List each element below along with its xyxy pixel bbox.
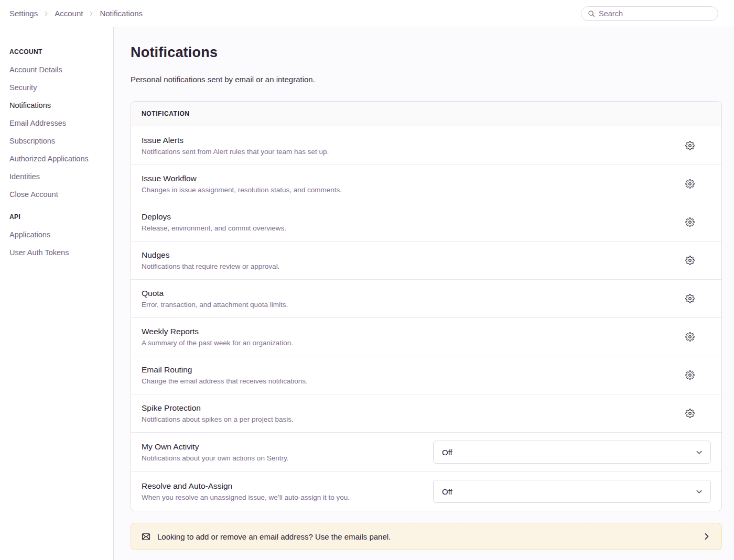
row-text: Weekly Reports A summary of the past wee…	[142, 327, 293, 347]
gear-icon	[685, 409, 695, 418]
row-text: Spike Protection Notifications about spi…	[142, 403, 294, 423]
row-title: Deploys	[142, 212, 286, 222]
row-text: Email Routing Change the email address t…	[142, 365, 308, 385]
weekly-reports-settings-button[interactable]	[681, 328, 699, 346]
row-title: Issue Alerts	[142, 136, 329, 145]
page-description: Personal notifications sent by email or …	[131, 75, 722, 84]
gear-icon	[685, 256, 695, 265]
row-text: Nudges Notifications that require review…	[142, 250, 279, 270]
page-body: ACCOUNT Account Details Security Notific…	[0, 27, 734, 560]
row-title: Spike Protection	[142, 403, 294, 413]
row-description: Release, environment, and commit overvie…	[142, 224, 286, 232]
sidebar-item-identities[interactable]: Identities	[9, 172, 105, 181]
notifications-panel: NOTIFICATION Issue Alerts Notifications …	[131, 101, 722, 511]
gear-icon	[685, 217, 695, 227]
row-title: My Own Activity	[142, 442, 288, 452]
sidebar-item-subscriptions[interactable]: Subscriptions	[9, 137, 105, 145]
quota-settings-button[interactable]	[681, 290, 699, 308]
sidebar-section-account: ACCOUNT	[9, 48, 105, 56]
search-input[interactable]	[599, 9, 711, 18]
sidebar-item-authorized-applications[interactable]: Authorized Applications	[9, 155, 105, 163]
panel-header: NOTIFICATION	[131, 102, 721, 126]
row-email-routing: Email Routing Change the email address t…	[131, 356, 721, 394]
row-description: Error, transaction, and attachment quota…	[142, 301, 288, 309]
breadcrumb: Settings Account Notifications	[9, 9, 143, 18]
resolve-auto-assign-select[interactable]: Off	[433, 480, 711, 503]
row-title: Nudges	[142, 250, 279, 260]
row-text: Issue Workflow Changes in issue assignme…	[142, 174, 342, 194]
row-quota: Quota Error, transaction, and attachment…	[131, 279, 721, 317]
row-issue-workflow: Issue Workflow Changes in issue assignme…	[131, 164, 721, 203]
chevron-down-icon	[695, 488, 703, 496]
top-bar: Settings Account Notifications	[0, 0, 734, 27]
select-value: Off	[442, 448, 452, 457]
sidebar-item-user-auth-tokens[interactable]: User Auth Tokens	[9, 248, 105, 257]
row-title: Email Routing	[142, 365, 308, 375]
row-text: Resolve and Auto-Assign When you resolve…	[142, 481, 350, 501]
row-description: Notifications about spikes on a per proj…	[142, 415, 294, 423]
sidebar-item-applications[interactable]: Applications	[9, 230, 105, 239]
row-nudges: Nudges Notifications that require review…	[131, 241, 721, 279]
sidebar-item-account-details[interactable]: Account Details	[9, 65, 105, 74]
row-description: Changes in issue assignment, resolution …	[142, 186, 342, 194]
row-text: Quota Error, transaction, and attachment…	[142, 289, 288, 309]
gear-icon	[685, 294, 695, 303]
chevron-down-icon	[695, 448, 703, 456]
search-icon	[588, 10, 595, 17]
gear-icon	[685, 370, 695, 380]
row-deploys: Deploys Release, environment, and commit…	[131, 203, 721, 241]
breadcrumb-notifications[interactable]: Notifications	[100, 9, 143, 18]
sidebar-section-api: API	[9, 213, 105, 221]
row-title: Quota	[142, 289, 288, 298]
spike-protection-settings-button[interactable]	[681, 404, 699, 422]
issue-alerts-settings-button[interactable]	[681, 137, 699, 155]
sidebar-item-email-addresses[interactable]: Email Addresses	[9, 119, 105, 127]
email-routing-settings-button[interactable]	[681, 366, 699, 384]
gear-icon	[685, 141, 695, 150]
issue-workflow-settings-button[interactable]	[681, 175, 699, 193]
mail-icon	[142, 532, 150, 541]
nudges-settings-button[interactable]	[681, 251, 699, 269]
row-text: Deploys Release, environment, and commit…	[142, 212, 286, 232]
sidebar-item-security[interactable]: Security	[9, 83, 105, 92]
chevron-right-icon	[703, 532, 711, 541]
row-issue-alerts: Issue Alerts Notifications sent from Ale…	[131, 126, 721, 164]
row-text: Issue Alerts Notifications sent from Ale…	[142, 136, 329, 156]
row-resolve-auto-assign: Resolve and Auto-Assign When you resolve…	[131, 471, 721, 511]
row-title: Issue Workflow	[142, 174, 342, 183]
breadcrumb-settings[interactable]: Settings	[9, 9, 38, 18]
my-own-activity-select[interactable]: Off	[433, 441, 711, 464]
deploys-settings-button[interactable]	[681, 213, 699, 231]
search-box[interactable]	[581, 6, 718, 21]
row-title: Resolve and Auto-Assign	[142, 481, 350, 491]
sidebar-item-close-account[interactable]: Close Account	[9, 190, 105, 199]
emails-panel-banner[interactable]: Looking to add or remove an email addres…	[131, 523, 722, 550]
row-description: Notifications sent from Alert rules that…	[142, 148, 329, 156]
chevron-right-icon	[43, 10, 49, 17]
row-description: Change the email address that receives n…	[142, 377, 308, 385]
row-spike-protection: Spike Protection Notifications about spi…	[131, 394, 721, 432]
row-description: Notifications about your own actions on …	[142, 454, 288, 462]
gear-icon	[685, 332, 695, 342]
row-title: Weekly Reports	[142, 327, 293, 336]
row-description: When you resolve an unassigned issue, we…	[142, 493, 350, 501]
breadcrumb-account[interactable]: Account	[55, 9, 83, 18]
row-description: Notifications that require review or app…	[142, 262, 279, 270]
gear-icon	[685, 179, 695, 189]
sidebar-item-notifications[interactable]: Notifications	[9, 101, 105, 109]
row-weekly-reports: Weekly Reports A summary of the past wee…	[131, 317, 721, 356]
row-description: A summary of the past week for an organi…	[142, 339, 293, 347]
select-value: Off	[442, 487, 452, 496]
page-title: Notifications	[131, 45, 722, 61]
chevron-right-icon	[88, 10, 94, 17]
banner-text: Looking to add or remove an email addres…	[157, 532, 696, 541]
settings-sidebar: ACCOUNT Account Details Security Notific…	[0, 27, 114, 560]
row-text: My Own Activity Notifications about your…	[142, 442, 288, 462]
main-content: Notifications Personal notifications sen…	[114, 27, 734, 560]
row-my-own-activity: My Own Activity Notifications about your…	[131, 432, 721, 471]
